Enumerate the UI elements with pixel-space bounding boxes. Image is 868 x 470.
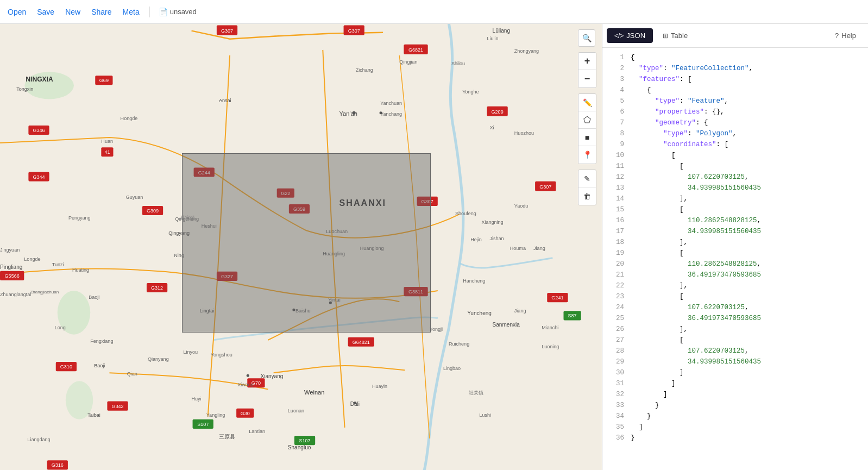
- open-button[interactable]: Open: [7, 5, 27, 18]
- svg-text:G316: G316: [52, 462, 64, 468]
- line-number: 24: [607, 302, 624, 313]
- json-line[interactable]: 18 ],: [602, 237, 868, 248]
- line-number: 3: [607, 74, 624, 85]
- share-button[interactable]: Share: [90, 5, 112, 18]
- json-line[interactable]: 17 34.939985151560435: [602, 226, 868, 237]
- json-line[interactable]: 28 107.6220703125,: [602, 346, 868, 356]
- zoom-out-button[interactable]: −: [578, 70, 596, 87]
- json-line[interactable]: 11 [: [602, 161, 868, 172]
- svg-text:Lantian: Lantian: [249, 429, 265, 434]
- line-number: 1: [607, 52, 624, 63]
- json-line[interactable]: 23 [: [602, 291, 868, 302]
- json-line[interactable]: 35 ]: [602, 422, 868, 433]
- svg-text:Qingjian: Qingjian: [399, 59, 417, 65]
- json-line[interactable]: 12 107.6220703125,: [602, 172, 868, 183]
- json-line[interactable]: 2 "type": "FeatureCollection",: [602, 63, 868, 74]
- line-content: }: [631, 400, 864, 411]
- svg-text:Tunzi: Tunzi: [52, 262, 64, 267]
- line-number: 7: [607, 117, 624, 128]
- line-number: 16: [607, 215, 624, 226]
- polygon-tool[interactable]: ⬠: [578, 111, 596, 129]
- json-line[interactable]: 25 36.491973470593685: [602, 313, 868, 324]
- svg-text:Jishan: Jishan: [490, 236, 504, 241]
- json-tab-icon: </>: [614, 32, 624, 40]
- tab-help[interactable]: ? Help: [827, 28, 864, 43]
- svg-text:Luochuan: Luochuan: [326, 229, 348, 234]
- zoom-in-button[interactable]: +: [578, 53, 596, 70]
- json-line[interactable]: 1{: [602, 52, 868, 63]
- line-content: ],: [631, 280, 864, 291]
- json-line[interactable]: 22 ],: [602, 280, 868, 291]
- line-content: "features": [: [631, 74, 864, 85]
- pencil-tool[interactable]: ✏️: [578, 94, 596, 111]
- svg-text:G344: G344: [33, 174, 45, 180]
- svg-text:Huanglong: Huanglong: [360, 246, 384, 251]
- json-line[interactable]: 30 ]: [602, 367, 868, 378]
- line-number: 19: [607, 248, 624, 259]
- svg-text:社关镇: 社关镇: [469, 390, 483, 396]
- json-line[interactable]: 24 107.6220703125,: [602, 302, 868, 313]
- svg-text:Baoji: Baoji: [94, 363, 105, 368]
- json-line[interactable]: 16 110.2862548828125,: [602, 215, 868, 226]
- svg-text:Pingliang: Pingliang: [0, 264, 22, 270]
- edit-button[interactable]: ✎: [578, 170, 596, 187]
- svg-text:G244: G244: [198, 170, 210, 176]
- svg-text:G64821: G64821: [353, 340, 370, 345]
- svg-text:Hejin: Hejin: [470, 237, 482, 242]
- new-button[interactable]: New: [64, 5, 81, 18]
- line-number: 34: [607, 411, 624, 422]
- json-line[interactable]: 5 "type": "Feature",: [602, 96, 868, 106]
- line-number: 10: [607, 150, 624, 161]
- svg-text:三原县: 三原县: [219, 434, 235, 440]
- json-line[interactable]: 13 34.939985151560435: [602, 183, 868, 193]
- json-line[interactable]: 27 [: [602, 335, 868, 346]
- json-editor[interactable]: 1{2 "type": "FeatureCollection",3 "featu…: [602, 48, 868, 470]
- json-line[interactable]: 21 36.491973470593685: [602, 270, 868, 280]
- json-line[interactable]: 34 }: [602, 411, 868, 422]
- svg-text:Baishui: Baishui: [295, 308, 312, 314]
- json-line[interactable]: 15 [: [602, 204, 868, 215]
- meta-button[interactable]: Meta: [122, 5, 141, 18]
- json-line[interactable]: 14 ],: [602, 193, 868, 204]
- svg-text:Qingyang: Qingyang: [168, 230, 190, 236]
- delete-button[interactable]: 🗑: [578, 187, 596, 205]
- json-line[interactable]: 7 "geometry": {: [602, 117, 868, 128]
- svg-text:G312: G312: [151, 285, 163, 291]
- json-line[interactable]: 29 34.939985151560435: [602, 356, 868, 367]
- json-line[interactable]: 8 "type": "Polygon",: [602, 128, 868, 139]
- svg-text:Lushi: Lushi: [479, 412, 491, 418]
- line-content: "geometry": {: [631, 117, 864, 128]
- line-content: "type": "FeatureCollection",: [631, 63, 864, 74]
- tab-json[interactable]: </> JSON: [607, 28, 653, 43]
- svg-text:Fengxiang: Fengxiang: [90, 339, 113, 344]
- rectangle-tool[interactable]: ■: [578, 129, 596, 146]
- json-line[interactable]: 20 110.2862548828125,: [602, 259, 868, 270]
- json-line[interactable]: 4 {: [602, 85, 868, 96]
- line-number: 21: [607, 270, 624, 280]
- json-line[interactable]: 26 ],: [602, 324, 868, 335]
- pin-tool[interactable]: 📍: [578, 146, 596, 164]
- line-content: 34.939985151560435: [631, 226, 864, 237]
- svg-text:G30: G30: [241, 411, 250, 416]
- svg-text:Shilou: Shilou: [451, 61, 465, 66]
- json-line[interactable]: 36}: [602, 433, 868, 443]
- svg-text:Lingbao: Lingbao: [443, 366, 461, 371]
- json-line[interactable]: 10 [: [602, 150, 868, 161]
- map-area[interactable]: G307 G307 G307 G6821 G209 G69 G346 G344 …: [0, 24, 602, 470]
- json-line[interactable]: 19 [: [602, 248, 868, 259]
- line-number: 12: [607, 172, 624, 183]
- json-line[interactable]: 6 "properties": {},: [602, 106, 868, 117]
- json-line[interactable]: 32 ]: [602, 389, 868, 400]
- svg-point-141: [354, 402, 356, 404]
- save-button[interactable]: Save: [36, 5, 55, 18]
- json-line[interactable]: 3 "features": [: [602, 74, 868, 85]
- search-button[interactable]: 🔍: [578, 29, 595, 47]
- line-content: {: [631, 52, 864, 63]
- line-number: 31: [607, 378, 624, 389]
- json-line[interactable]: 33 }: [602, 400, 868, 411]
- table-tab-icon: ⊞: [663, 32, 668, 40]
- tab-table[interactable]: ⊞ Table: [655, 28, 695, 43]
- json-line[interactable]: 9 "coordinates": [: [602, 139, 868, 150]
- json-line[interactable]: 31 ]: [602, 378, 868, 389]
- svg-text:Yongshou: Yongshou: [211, 352, 232, 358]
